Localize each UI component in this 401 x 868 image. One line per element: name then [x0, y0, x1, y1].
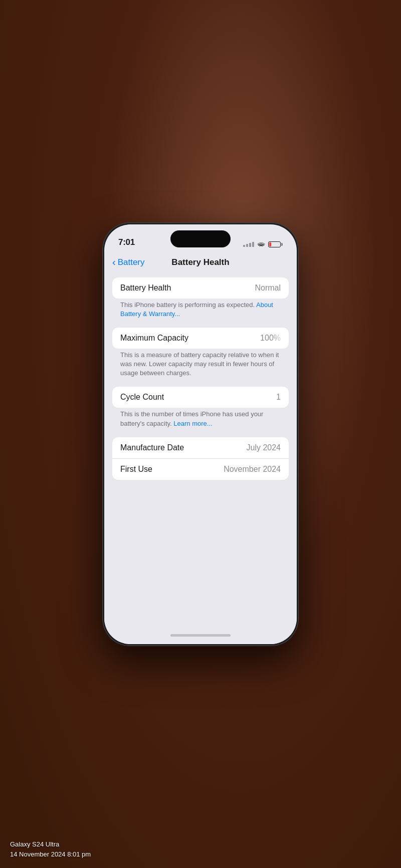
learn-more-link[interactable]: Learn more... [173, 420, 212, 427]
watermark: Galaxy S24 Ultra 14 November 2024 8:01 p… [10, 839, 91, 859]
back-label: Battery [118, 257, 145, 267]
dates-card: Manufacture Date July 2024 First Use Nov… [112, 437, 289, 480]
battery-health-card: Battery Health Normal [112, 277, 289, 299]
home-bar [170, 634, 231, 637]
section-gap-2 [112, 383, 289, 387]
battery-health-value: Normal [255, 283, 281, 293]
cycle-count-description: This is the number of times iPhone has u… [112, 410, 289, 433]
maximum-capacity-label: Maximum Capacity [120, 334, 188, 343]
maximum-capacity-card: Maximum Capacity 100% [112, 328, 289, 349]
home-indicator [104, 627, 297, 644]
dynamic-island [170, 230, 231, 247]
status-icons [243, 241, 283, 247]
status-time: 7:01 [118, 237, 135, 247]
cycle-count-label: Cycle Count [120, 393, 164, 402]
cycle-count-card: Cycle Count 1 [112, 387, 289, 408]
manufacture-date-label: Manufacture Date [120, 443, 184, 452]
signal-icon [243, 242, 254, 247]
maximum-capacity-value: 100% [260, 334, 281, 343]
battery-health-description: This iPhone battery is performing as exp… [112, 301, 289, 324]
manufacture-date-value: July 2024 [247, 443, 281, 452]
cycle-count-row: Cycle Count 1 [112, 387, 289, 408]
watermark-line2: 14 November 2024 8:01 pm [10, 849, 91, 859]
battery-health-row: Battery Health Normal [112, 277, 289, 299]
phone-screen: 7:01 [104, 224, 297, 644]
back-button[interactable]: ‹ Battery [112, 257, 145, 267]
section-gap-3 [112, 433, 289, 437]
first-use-value: November 2024 [224, 465, 281, 474]
battery-icon [268, 241, 283, 247]
wifi-icon [257, 241, 265, 247]
page-title: Battery Health [171, 257, 229, 267]
nav-header: ‹ Battery Battery Health [104, 251, 297, 273]
first-use-row: First Use November 2024 [112, 459, 289, 480]
cycle-count-value: 1 [276, 393, 281, 402]
maximum-capacity-row: Maximum Capacity 100% [112, 328, 289, 349]
phone-frame: 7:01 [103, 223, 298, 646]
section-gap-1 [112, 324, 289, 328]
maximum-capacity-description: This is a measure of battery capacity re… [112, 351, 289, 383]
watermark-line1: Galaxy S24 Ultra [10, 839, 91, 849]
content-area: Battery Health Normal This iPhone batter… [104, 273, 297, 627]
battery-health-label: Battery Health [120, 283, 171, 293]
manufacture-date-row: Manufacture Date July 2024 [112, 437, 289, 459]
first-use-label: First Use [120, 465, 152, 474]
back-chevron-icon: ‹ [112, 257, 116, 267]
